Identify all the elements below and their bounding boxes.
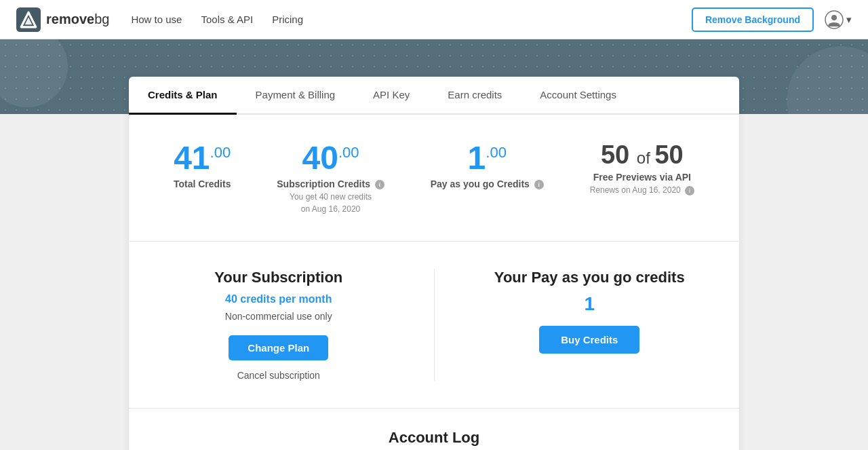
tabs: Credits & Plan Payment & Billing API Key… xyxy=(129,77,739,115)
subscription-right: Your Pay as you go credits 1 Buy Credits xyxy=(435,269,718,381)
svg-point-4 xyxy=(831,15,837,20)
total-credits-number: 41.00 xyxy=(174,142,231,174)
account-circle-icon xyxy=(825,10,844,29)
account-log-title: Account Log xyxy=(151,429,717,447)
free-previews-block: 50 of 50 Free Previews via API Renews on… xyxy=(590,142,694,214)
nav-links: How to use Tools & API Pricing xyxy=(131,14,692,25)
logo-icon xyxy=(16,7,41,32)
subscription-credits-per-month: 40 credits per month xyxy=(151,293,407,305)
navbar: removebg How to use Tools & API Pricing … xyxy=(0,0,868,39)
change-plan-button[interactable]: Change Plan xyxy=(229,335,328,360)
payg-credits-number: 1.00 xyxy=(431,142,544,174)
payg-credits-block: 1.00 Pay as you go Credits i xyxy=(431,142,544,214)
total-credits-label: Total Credits xyxy=(174,179,231,189)
subscription-credits-sublabel: You get 40 new credits xyxy=(277,192,384,202)
remove-background-button[interactable]: Remove Background xyxy=(692,7,814,32)
free-previews-info-icon[interactable]: i xyxy=(685,186,694,195)
free-previews-number: 50 of 50 xyxy=(590,142,694,168)
navbar-right: Remove Background ▾ xyxy=(692,7,852,32)
main-panel: Credits & Plan Payment & Billing API Key… xyxy=(129,77,739,450)
subscription-left: Your Subscription 40 credits per month N… xyxy=(151,269,435,381)
account-dropdown-arrow: ▾ xyxy=(846,14,852,26)
nav-how-to-use[interactable]: How to use xyxy=(131,14,182,25)
tab-api-key[interactable]: API Key xyxy=(354,77,429,115)
tab-earn-credits[interactable]: Earn credits xyxy=(429,77,521,115)
cancel-subscription-link[interactable]: Cancel subscription xyxy=(151,370,407,381)
free-previews-renew: Renews on Aug 16, 2020 i xyxy=(590,185,694,195)
tab-credits-plan[interactable]: Credits & Plan xyxy=(129,77,237,115)
account-log-section: Account Log xyxy=(129,409,739,450)
payg-count: 1 xyxy=(462,293,718,315)
subscription-non-commercial: Non-commercial use only xyxy=(151,311,407,322)
tab-payment-billing[interactable]: Payment & Billing xyxy=(237,77,355,115)
total-credits-block: 41.00 Total Credits xyxy=(174,142,231,214)
account-menu[interactable]: ▾ xyxy=(825,10,852,29)
subscription-credits-number: 40.00 xyxy=(277,142,384,174)
tab-account-settings[interactable]: Account Settings xyxy=(521,77,635,115)
subscription-title: Your Subscription xyxy=(151,269,407,286)
payg-credits-label: Pay as you go Credits i xyxy=(431,179,544,189)
subscription-credits-block: 40.00 Subscription Credits i You get 40 … xyxy=(277,142,384,214)
credits-overview: 41.00 Total Credits 40.00 Subscription C… xyxy=(129,115,739,242)
payg-title: Your Pay as you go credits xyxy=(462,269,718,286)
nav-tools-api[interactable]: Tools & API xyxy=(201,14,253,25)
subscription-credits-info-icon[interactable]: i xyxy=(375,180,384,189)
logo-text: removebg xyxy=(46,12,109,27)
subscription-credits-label: Subscription Credits i xyxy=(277,179,384,189)
buy-credits-button[interactable]: Buy Credits xyxy=(539,326,639,354)
free-previews-label: Free Previews via API xyxy=(590,172,694,183)
payg-credits-info-icon[interactable]: i xyxy=(534,180,544,189)
logo[interactable]: removebg xyxy=(16,7,109,32)
subscription-credits-sublabel2: on Aug 16, 2020 xyxy=(277,204,384,214)
subscription-section: Your Subscription 40 credits per month N… xyxy=(129,242,739,409)
nav-pricing[interactable]: Pricing xyxy=(272,14,303,25)
